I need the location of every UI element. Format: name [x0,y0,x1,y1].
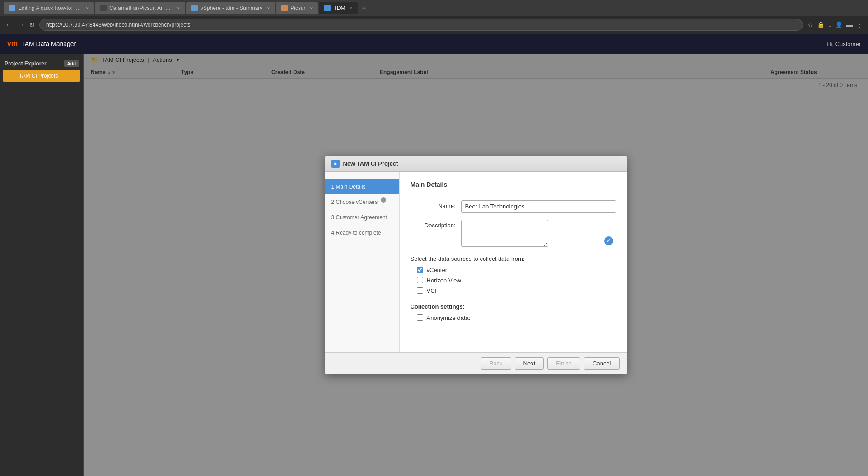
address-bar: ← → ↻ ☆ 🔒 ↓ 👤 ▬ ⋮ [0,16,868,33]
browser-icons: ☆ 🔒 ↓ 👤 ▬ ⋮ [807,21,863,28]
tab-close-vsphere[interactable]: × [267,6,270,11]
tab-editing[interactable]: Editing A quick how-to: Dep × [4,2,94,14]
vcf-checkbox[interactable] [417,287,423,294]
finish-button[interactable]: Finish [547,357,580,370]
vcf-label: VCF [427,287,439,294]
tab-close-picsur[interactable]: × [310,6,313,11]
step-3-customer-agreement[interactable]: 3 Customer Agreement [325,210,399,225]
cancel-button[interactable]: Cancel [584,357,619,370]
collection-label: Collection settings: [411,303,616,310]
bookmark-icon[interactable]: ☆ [807,21,813,28]
app-user: Hi, Customer [826,41,861,47]
download-icon[interactable]: ↓ [828,21,831,28]
vcenter-checkbox[interactable] [417,267,423,273]
description-input[interactable] [461,220,548,247]
sidebar-item-tam-ci-projects[interactable]: TAM CI Projects [3,70,80,82]
back-button[interactable]: Back [481,357,511,370]
browser-chrome: Editing A quick how-to: Dep × CaramelFur… [0,0,868,34]
vcenter-checkbox-row: vCenter [411,267,616,273]
step-4-ready-to-complete[interactable]: 4 Ready to complete [325,225,399,240]
tab-vsphere[interactable]: vSphere - tdm - Summary × [186,2,275,14]
tab-favicon-vsphere [191,5,198,11]
name-label: Name: [411,200,456,209]
step-2-choose-vcenters[interactable]: 2 Choose vCenters [325,194,399,210]
shield-icon: 🔒 [817,21,825,28]
datasource-label: Select the data sources to collect data … [411,255,616,262]
tab-close-caramel[interactable]: × [177,6,180,11]
modal-title: New TAM CI Project [343,160,398,167]
tab-picsur[interactable]: Picsur × [276,2,318,14]
horizon-view-checkbox[interactable] [417,277,423,283]
sidebar: Project Explorer Add TAM CI Projects [0,54,84,476]
modal-footer: Back Next Finish Cancel [325,352,627,374]
tab-tdm[interactable]: TDM × [319,2,358,14]
step-1-main-details[interactable]: 1 Main Details [325,179,399,194]
section-title: Main Details [411,181,616,192]
modal-backdrop: ■ New TAM CI Project 1 Main Details 2 Ch… [84,54,868,476]
profile-icon[interactable]: 👤 [835,21,843,28]
tab-favicon-tdm [324,5,331,11]
name-field-row: Name: [411,200,616,213]
tab-label-editing: Editing A quick how-to: Dep [18,5,81,11]
tab-close-editing[interactable]: × [86,6,89,11]
vcf-checkbox-row: VCF [411,287,616,294]
tab-favicon-picsur [281,5,288,11]
tab-close-tdm[interactable]: × [350,6,352,11]
anonymize-checkbox[interactable] [417,314,423,321]
sidebar-title: Project Explorer [5,60,47,67]
forward-button[interactable]: → [17,21,24,29]
tab-caramel[interactable]: CaramelFur/Picsur: An easy × [95,2,185,14]
modal-body: 1 Main Details 2 Choose vCenters 3 Custo… [325,172,627,352]
anonymize-label: Anonymize data: [427,314,471,321]
content-area: 📁 TAM CI Projects | Actions ▼ Name ▲▼ Ty… [84,54,868,476]
back-button[interactable]: ← [5,21,13,29]
vm-logo: vm [7,40,18,48]
modal-steps-panel: 1 Main Details 2 Choose vCenters 3 Custo… [325,172,400,352]
description-label: Description: [411,220,456,229]
anonymize-checkbox-row: Anonymize data: [411,314,616,321]
sidebar-header: Project Explorer Add [0,57,83,70]
textarea-checkmark-icon: ✓ [604,236,613,245]
tab-label-picsur: Picsur [290,5,305,11]
tab-bar: Editing A quick how-to: Dep × CaramelFur… [0,0,868,16]
folder-icon [8,73,15,79]
next-button[interactable]: Next [515,357,544,370]
tab-label-tdm: TDM [333,5,345,11]
app-logo: vm TAM Data Manager [7,40,76,48]
modal-icon: ■ [331,160,340,168]
extensions-icon[interactable]: ▬ [846,21,853,28]
new-tab-button[interactable]: + [359,4,369,13]
description-field-row: Description: ✓ [411,220,616,248]
menu-icon[interactable]: ⋮ [856,21,863,28]
sidebar-item-label: TAM CI Projects [19,73,58,79]
modal-form-content: Main Details Name: Description: ✓ [400,172,627,352]
tab-label-vsphere: vSphere - tdm - Summary [201,5,262,11]
sidebar-add-button[interactable]: Add [64,60,79,67]
tab-favicon-editing [9,5,15,11]
datasource-section: Select the data sources to collect data … [411,255,616,294]
reload-button[interactable]: ↻ [29,21,35,29]
collection-section: Collection settings: Anonymize data: [411,303,616,321]
app-header: vm TAM Data Manager Hi, Customer [0,34,868,54]
name-input[interactable] [461,200,616,213]
horizon-checkbox-row: Horizon View [411,277,616,284]
tab-favicon-caramel [100,5,107,11]
horizon-label: Horizon View [427,277,461,284]
modal-header: ■ New TAM CI Project [325,156,627,172]
app-title: TAM Data Manager [21,40,76,47]
description-wrapper: ✓ [461,220,616,248]
modal-dialog: ■ New TAM CI Project 1 Main Details 2 Ch… [325,156,627,374]
vcenter-label: vCenter [427,267,448,273]
main-layout: Project Explorer Add TAM CI Projects 📁 T… [0,54,868,476]
url-input[interactable] [39,19,803,31]
tab-label-caramel: CaramelFur/Picsur: An easy [109,5,173,11]
